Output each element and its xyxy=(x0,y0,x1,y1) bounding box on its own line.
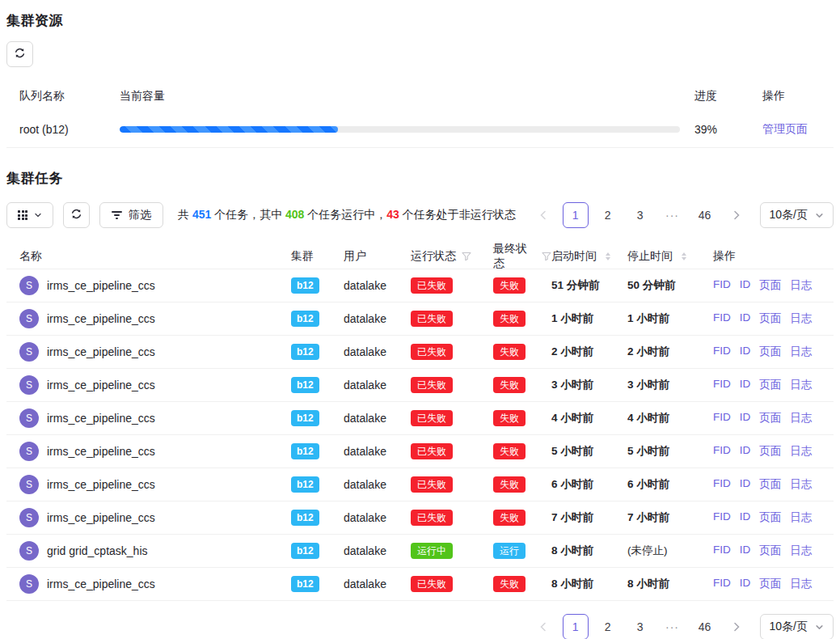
final-status-tag: 失败 xyxy=(493,344,526,360)
table-row[interactable]: S irms_ce_pipeline_ccs b12 datalake 已失败 … xyxy=(6,369,834,402)
final-status-tag: 失败 xyxy=(493,443,526,459)
task-action-link[interactable]: 页面 xyxy=(759,477,781,492)
task-action-link[interactable]: 日志 xyxy=(790,311,812,326)
page-last[interactable]: 46 xyxy=(692,614,718,639)
final-status-filter-icon[interactable] xyxy=(542,252,551,261)
filter-button[interactable]: 筛选 xyxy=(99,202,163,228)
pages-ellipsis[interactable]: ··· xyxy=(660,614,686,639)
table-row[interactable]: S irms_ce_pipeline_ccs b12 datalake 已失败 … xyxy=(6,435,834,468)
start-time: 8 小时前 xyxy=(551,577,627,591)
start-time: 4 小时前 xyxy=(551,411,627,425)
cluster-badge: b12 xyxy=(291,344,319,360)
task-action-link[interactable]: 日志 xyxy=(790,544,812,558)
column-settings-button[interactable] xyxy=(6,202,53,228)
prev-page-icon[interactable] xyxy=(530,202,556,228)
page-3[interactable]: 3 xyxy=(627,202,653,228)
task-action-link[interactable]: 页面 xyxy=(759,345,781,359)
page-2[interactable]: 2 xyxy=(595,614,621,639)
nonrunning-task-count: 43 xyxy=(386,208,399,221)
task-action-link[interactable]: FID xyxy=(713,444,731,459)
next-page-icon[interactable] xyxy=(724,202,750,228)
page-3[interactable]: 3 xyxy=(627,614,653,639)
task-action-link[interactable]: FID xyxy=(713,477,731,492)
task-user: datalake xyxy=(336,511,403,524)
capacity-bar-fill xyxy=(120,126,338,133)
cluster-badge: b12 xyxy=(291,443,319,459)
task-action-link[interactable]: 日志 xyxy=(790,278,812,293)
start-time: 8 小时前 xyxy=(551,544,627,558)
start-time-sort-icon[interactable] xyxy=(606,252,610,260)
task-action-link[interactable]: ID xyxy=(740,577,751,591)
task-action-link[interactable]: 日志 xyxy=(790,444,812,459)
final-status-tag: 失败 xyxy=(493,410,526,426)
task-action-link[interactable]: FID xyxy=(713,411,731,425)
task-action-link[interactable]: 日志 xyxy=(790,378,812,392)
task-action-link[interactable]: 日志 xyxy=(790,477,812,492)
task-action-link[interactable]: ID xyxy=(740,378,751,392)
task-action-link[interactable]: 页面 xyxy=(759,411,781,425)
cluster-badge: b12 xyxy=(291,311,319,327)
task-action-link[interactable]: FID xyxy=(713,378,731,392)
task-action-link[interactable]: FID xyxy=(713,510,731,525)
table-row[interactable]: S irms_ce_pipeline_ccs b12 datalake 已失败 … xyxy=(6,269,834,303)
task-action-link[interactable]: 页面 xyxy=(759,510,781,525)
task-action-link[interactable]: FID xyxy=(713,278,731,293)
task-action-link[interactable]: 页面 xyxy=(759,444,781,459)
page-1[interactable]: 1 xyxy=(563,202,589,228)
col-queue-name: 队列名称 xyxy=(6,89,120,104)
task-action-link[interactable]: ID xyxy=(740,278,751,293)
page-size-select[interactable]: 10条/页 xyxy=(760,614,834,639)
final-status-tag: 失败 xyxy=(493,576,526,592)
resources-refresh-button[interactable] xyxy=(6,41,33,67)
pages-ellipsis[interactable]: ··· xyxy=(660,202,686,228)
bottom-pagination: 1 2 3 ··· 46 10条/页 xyxy=(530,614,834,639)
task-action-link[interactable]: ID xyxy=(740,510,751,525)
page-last[interactable]: 46 xyxy=(692,202,718,228)
resources-table: 队列名称 当前容量 进度 操作 root (b12) 39% 管理页面 xyxy=(6,82,834,148)
task-action-link[interactable]: ID xyxy=(740,411,751,425)
task-action-link[interactable]: 日志 xyxy=(790,510,812,525)
page-1[interactable]: 1 xyxy=(563,614,589,639)
table-row[interactable]: S irms_ce_pipeline_ccs b12 datalake 已失败 … xyxy=(6,568,834,601)
cluster-badge: b12 xyxy=(291,543,319,559)
task-action-link[interactable]: FID xyxy=(713,311,731,326)
start-time: 6 小时前 xyxy=(551,477,627,492)
task-action-link[interactable]: ID xyxy=(740,311,751,326)
table-row[interactable]: S irms_ce_pipeline_ccs b12 datalake 已失败 … xyxy=(6,336,834,369)
task-action-link[interactable]: 页面 xyxy=(759,544,781,558)
table-row[interactable]: S irms_ce_pipeline_ccs b12 datalake 已失败 … xyxy=(6,468,834,501)
task-action-link[interactable]: 页面 xyxy=(759,577,781,591)
tasks-refresh-button[interactable] xyxy=(63,202,90,228)
table-row[interactable]: S irms_ce_pipeline_ccs b12 datalake 已失败 … xyxy=(6,402,834,435)
capacity-bar-track xyxy=(120,126,680,133)
page-size-select[interactable]: 10条/页 xyxy=(760,202,834,228)
filter-icon xyxy=(112,211,122,219)
task-action-link[interactable]: 日志 xyxy=(790,411,812,425)
task-action-link[interactable]: 页面 xyxy=(759,311,781,326)
stop-time-sort-icon[interactable] xyxy=(682,252,686,260)
task-user: datalake xyxy=(336,345,403,358)
table-row[interactable]: S irms_ce_pipeline_ccs b12 datalake 已失败 … xyxy=(6,501,834,535)
avatar: S xyxy=(19,375,39,395)
stop-time: 7 小时前 xyxy=(627,510,711,525)
task-action-link[interactable]: 页面 xyxy=(759,278,781,293)
run-status-filter-icon[interactable] xyxy=(462,252,471,261)
task-action-link[interactable]: ID xyxy=(740,544,751,558)
prev-page-icon[interactable] xyxy=(530,614,556,639)
task-action-link[interactable]: FID xyxy=(713,345,731,359)
table-row[interactable]: S grid grid_cptask_his b12 datalake 运行中 … xyxy=(6,535,834,568)
task-action-link[interactable]: 日志 xyxy=(790,345,812,359)
task-action-link[interactable]: ID xyxy=(740,444,751,459)
task-action-link[interactable]: ID xyxy=(740,345,751,359)
start-time: 2 小时前 xyxy=(551,345,627,359)
manage-page-link[interactable]: 管理页面 xyxy=(762,122,808,135)
page-2[interactable]: 2 xyxy=(595,202,621,228)
table-row[interactable]: S irms_ce_pipeline_ccs b12 datalake 已失败 … xyxy=(6,303,834,336)
next-page-icon[interactable] xyxy=(724,614,750,639)
task-action-link[interactable]: FID xyxy=(713,577,731,591)
col-action: 操作 xyxy=(748,89,834,104)
task-action-link[interactable]: FID xyxy=(713,544,731,558)
task-action-link[interactable]: ID xyxy=(740,477,751,492)
task-action-link[interactable]: 日志 xyxy=(790,577,812,591)
task-action-link[interactable]: 页面 xyxy=(759,378,781,392)
